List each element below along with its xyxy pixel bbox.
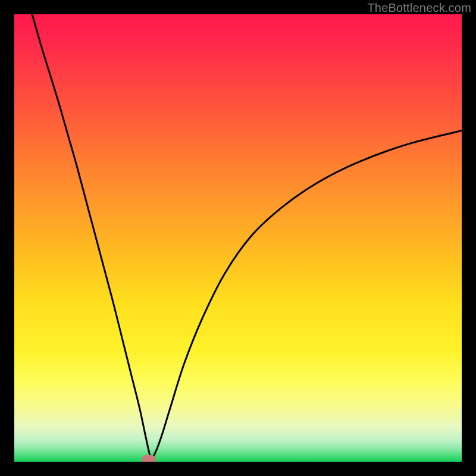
curve-svg [14, 14, 462, 462]
bottleneck-curve [32, 14, 462, 458]
plot-area [14, 14, 462, 462]
optimal-marker [142, 455, 156, 462]
chart-frame: TheBottleneck.com [0, 0, 476, 476]
watermark-text: TheBottleneck.com [367, 1, 471, 15]
